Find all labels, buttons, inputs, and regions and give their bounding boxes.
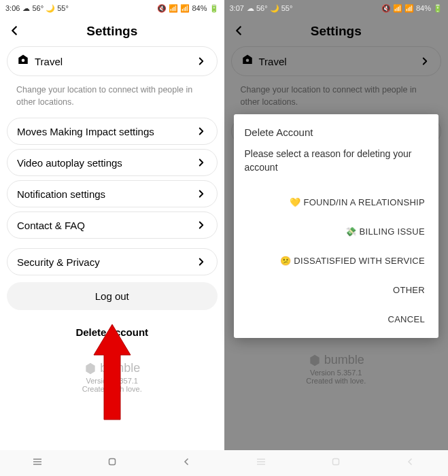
nav-recent-icon[interactable] [255, 456, 267, 471]
svg-rect-1 [33, 461, 41, 462]
chevron-right-icon [195, 219, 207, 231]
security-row[interactable]: Security & Privacy [7, 248, 218, 275]
chevron-right-icon [195, 55, 207, 67]
tagline-text: Created with love. [7, 385, 218, 393]
option-billing-issue[interactable]: 💸BILLING ISSUE [245, 217, 428, 246]
status-time: 3:07 [230, 4, 244, 12]
status-weather: ☁ 56° 🌙 55° [22, 4, 68, 13]
dialog-title: Delete Account [245, 126, 428, 138]
header: Settings [0, 16, 224, 46]
svg-point-0 [22, 59, 25, 63]
delete-account-dialog: Delete Account Please select a reason fo… [234, 114, 439, 338]
signal-icon: 📶 [404, 4, 414, 13]
status-bar: 3:07 ☁ 56° 🌙 55° 🔇 📶 📶 84% 🔋 [224, 0, 449, 16]
svg-rect-2 [33, 459, 41, 460]
wifi-icon: 📶 [393, 4, 402, 13]
notification-label: Notification settings [17, 188, 105, 200]
contact-faq-row[interactable]: Contact & FAQ [7, 211, 218, 239]
android-navbar [224, 450, 449, 476]
heart-icon: 💛 [290, 197, 300, 207]
wifi-icon: 📶 [169, 4, 178, 13]
settings-content: Travel Change your location to connect w… [0, 46, 224, 450]
moves-label: Moves Making Impact settings [17, 126, 154, 137]
svg-rect-9 [333, 459, 339, 465]
status-time: 3:06 [5, 4, 20, 12]
nav-home-icon[interactable] [106, 456, 118, 471]
delete-account-link[interactable]: Delete account [7, 317, 218, 347]
nav-back-icon[interactable] [404, 456, 417, 471]
svg-rect-3 [33, 464, 41, 465]
nav-recent-icon[interactable] [31, 456, 44, 471]
travel-label: Travel [35, 56, 63, 67]
chevron-right-icon [195, 156, 207, 169]
mute-icon: 🔇 [381, 4, 391, 13]
brand-text: bumble [100, 361, 140, 375]
travel-icon [17, 54, 29, 69]
mute-icon: 🔇 [157, 4, 167, 13]
video-label: Video autoplay settings [17, 157, 122, 169]
option-cancel[interactable]: CANCEL [245, 305, 428, 334]
option-dissatisfied[interactable]: 😕DISSATISFIED WITH SERVICE [245, 246, 428, 275]
travel-description: Change your location to connect with peo… [7, 80, 218, 118]
nav-home-icon[interactable] [330, 456, 342, 471]
option-found-relationship[interactable]: 💛FOUND/IN A RELATIONSHIP [245, 188, 428, 217]
battery-icon: 🔋 [209, 4, 219, 13]
back-button[interactable] [7, 23, 22, 41]
svg-rect-4 [109, 459, 115, 465]
signal-icon: 📶 [180, 4, 190, 13]
version-text: Version 5.357.1 [7, 377, 218, 385]
contact-faq-label: Contact & FAQ [17, 220, 85, 231]
money-icon: 💸 [345, 226, 356, 237]
frown-icon: 😕 [280, 256, 291, 266]
svg-rect-7 [257, 459, 265, 460]
travel-row[interactable]: Travel [7, 46, 218, 76]
nav-back-icon[interactable] [181, 456, 193, 471]
battery-text: 84% [416, 4, 431, 12]
chevron-right-icon [195, 125, 207, 137]
option-other[interactable]: OTHER [245, 275, 428, 305]
bumble-hex-icon [84, 362, 97, 375]
dialog-message: Please select a reason for deleting your… [245, 148, 428, 174]
battery-text: 84% [192, 4, 207, 12]
android-navbar [0, 450, 224, 476]
logout-button[interactable]: Log out [7, 282, 218, 310]
status-bar: 3:06 ☁ 56° 🌙 55° 🔇 📶 📶 84% 🔋 [0, 0, 224, 16]
chevron-right-icon [195, 256, 207, 268]
moves-row[interactable]: Moves Making Impact settings [7, 118, 218, 145]
svg-rect-8 [257, 464, 265, 465]
chevron-left-icon [7, 23, 22, 38]
footer: bumble Version 5.357.1 Created with love… [7, 347, 218, 400]
phone-screen-left: 3:06 ☁ 56° 🌙 55° 🔇 📶 📶 84% 🔋 Settings Tr… [0, 0, 224, 476]
status-weather: ☁ 56° 🌙 55° [247, 4, 292, 13]
battery-icon: 🔋 [433, 4, 443, 13]
video-row[interactable]: Video autoplay settings [7, 149, 218, 176]
page-title: Settings [86, 24, 137, 39]
svg-rect-6 [257, 461, 265, 462]
chevron-right-icon [195, 188, 207, 200]
security-label: Security & Privacy [17, 256, 100, 268]
notification-row[interactable]: Notification settings [7, 180, 218, 207]
phone-screen-right: 3:07 ☁ 56° 🌙 55° 🔇 📶 📶 84% 🔋 Settings Tr… [224, 0, 449, 476]
brand-logo: bumble [7, 361, 218, 375]
